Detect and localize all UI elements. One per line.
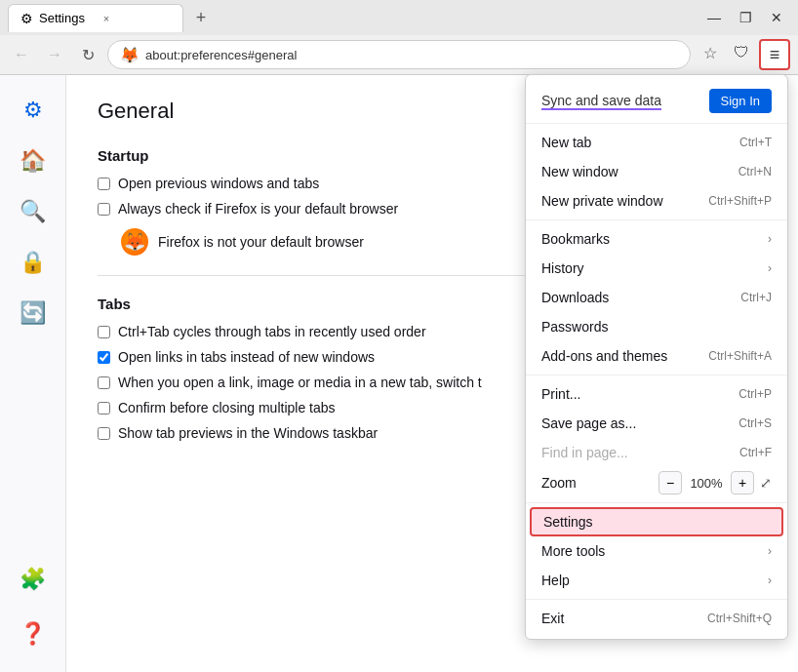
menu-item-more-tools[interactable]: More tools › [526,536,787,566]
menu-item-save-page-shortcut: Ctrl+S [738,416,772,430]
shield-button[interactable]: 🛡 [728,39,755,66]
maximize-button[interactable]: ❐ [732,4,759,31]
default-browser-checkbox[interactable] [98,203,110,216]
menu-item-new-private-shortcut: Ctrl+Shift+P [708,194,772,208]
help-arrow-icon: › [768,573,772,587]
menu-item-more-tools-label: More tools [541,543,605,559]
menu-item-new-tab-label: New tab [541,135,591,150]
sidebar-item-search[interactable]: 🔍 [10,188,57,235]
zoom-label: Zoom [541,475,577,491]
menu-item-addons[interactable]: Add-ons and themes Ctrl+Shift+A [526,341,787,371]
default-browser-notice-text: Firefox is not your default browser [158,234,364,250]
menu-item-history-label: History [541,260,584,276]
default-browser-label: Always check if Firefox is your default … [118,201,398,217]
new-tab-button[interactable]: + [187,4,215,31]
menu-item-find[interactable]: Find in page... Ctrl+F [526,438,787,467]
zoom-value: 100% [688,476,725,491]
menu-item-save-page[interactable]: Save page as... Ctrl+S [526,409,787,438]
menu-button[interactable]: ≡ [759,39,790,70]
menu-item-bookmarks[interactable]: Bookmarks › [526,224,787,254]
zoom-row: Zoom − 100% + ⤢ [526,467,787,498]
url-text: about:preferences#general [145,48,678,62]
menu-item-bookmarks-label: Bookmarks [541,231,610,247]
menu-item-new-tab[interactable]: New tab Ctrl+T [526,128,787,157]
menu-item-print-label: Print... [541,386,580,402]
menu-item-new-private[interactable]: New private window Ctrl+Shift+P [526,186,787,216]
tab-previews-checkbox[interactable] [98,427,110,440]
browser-tab[interactable]: ⚙ Settings × [8,4,183,32]
menu-item-downloads[interactable]: Downloads Ctrl+J [526,283,787,312]
menu-item-passwords[interactable]: Passwords [526,312,787,341]
minimize-button[interactable]: — [700,4,728,31]
sidebar-item-privacy[interactable]: 🔒 [10,239,57,286]
open-links-checkbox[interactable] [98,351,110,364]
sign-in-button[interactable]: Sign In [709,89,772,113]
bookmark-button[interactable]: ☆ [697,39,724,66]
zoom-out-button[interactable]: − [658,471,682,494]
menu-item-new-window-label: New window [541,164,618,179]
history-arrow-icon: › [768,261,772,275]
dropdown-menu: Sync and save data Sign In New tab Ctrl+… [525,74,788,640]
forward-button[interactable]: → [41,41,68,68]
firefox-globe-icon: 🦊 [121,228,148,256]
menu-item-exit[interactable]: Exit Ctrl+Shift+Q [526,604,787,633]
menu-item-exit-label: Exit [541,611,564,626]
open-previous-label: Open previous windows and tabs [118,176,319,191]
menu-item-new-window[interactable]: New window Ctrl+N [526,157,787,186]
menu-item-find-shortcut: Ctrl+F [739,446,772,459]
menu-item-addons-label: Add-ons and themes [541,348,667,364]
menu-item-exit-shortcut: Ctrl+Shift+Q [707,612,772,625]
menu-item-help-label: Help [541,573,570,588]
zoom-in-button[interactable]: + [731,471,754,494]
menu-item-print-shortcut: Ctrl+P [738,387,772,401]
zoom-expand-button[interactable]: ⤢ [760,475,772,491]
menu-item-settings[interactable]: Settings [530,507,783,536]
menu-item-downloads-shortcut: Ctrl+J [740,291,772,304]
firefox-logo: 🦊 [120,46,140,64]
menu-item-downloads-label: Downloads [541,290,609,305]
menu-item-new-private-label: New private window [541,193,663,209]
reload-button[interactable]: ↻ [74,41,101,68]
menu-item-find-label: Find in page... [541,445,628,460]
tab-title: Settings [39,11,85,25]
menu-item-history[interactable]: History › [526,254,787,283]
address-bar[interactable]: 🦊 about:preferences#general [107,40,691,69]
sidebar-item-help[interactable]: ❓ [10,611,57,657]
ctrl-tab-checkbox[interactable] [98,326,110,338]
sidebar: ⚙ 🏠 🔍 🔒 🔄 🧩 ❓ [0,75,66,672]
menu-item-save-page-label: Save page as... [541,415,636,431]
bookmarks-arrow-icon: › [768,232,772,246]
tab-previews-label: Show tab previews in the Windows taskbar [118,425,378,441]
confirm-close-label: Confirm before closing multiple tabs [118,400,336,415]
more-tools-arrow-icon: › [768,544,772,558]
menu-item-new-tab-shortcut: Ctrl+T [739,136,772,149]
sidebar-item-extensions[interactable]: 🧩 [10,556,57,603]
tab-close-button[interactable]: × [99,11,114,26]
switch-tab-checkbox[interactable] [98,376,110,389]
dropdown-header: Sync and save data Sign In [526,81,787,124]
confirm-close-checkbox[interactable] [98,402,110,415]
open-links-label: Open links in tabs instead of new window… [118,349,375,365]
menu-item-new-window-shortcut: Ctrl+N [738,165,772,178]
tab-settings-icon: ⚙ [20,11,33,26]
ctrl-tab-label: Ctrl+Tab cycles through tabs in recently… [118,324,426,339]
close-button[interactable]: ✕ [763,4,790,31]
menu-item-help[interactable]: Help › [526,566,787,595]
sidebar-item-settings[interactable]: ⚙ [10,87,57,134]
sidebar-item-home[interactable]: 🏠 [10,138,57,184]
menu-item-addons-shortcut: Ctrl+Shift+A [708,349,772,363]
zoom-controls: − 100% + ⤢ [658,471,772,494]
back-button[interactable]: ← [8,41,35,68]
menu-item-passwords-label: Passwords [541,319,608,335]
switch-tab-label: When you open a link, image or media in … [118,375,482,390]
open-previous-checkbox[interactable] [98,178,110,190]
sync-label: Sync and save data [541,93,661,110]
menu-item-print[interactable]: Print... Ctrl+P [526,379,787,409]
menu-item-settings-label: Settings [543,514,593,530]
sidebar-item-sync[interactable]: 🔄 [10,290,57,336]
